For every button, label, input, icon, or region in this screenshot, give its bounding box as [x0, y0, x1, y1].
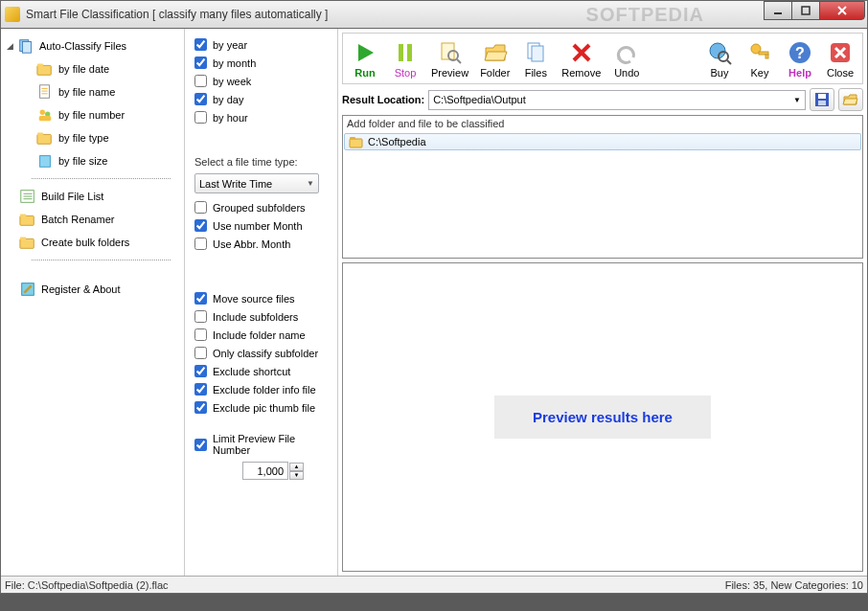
source-list: Add folder and file to be classified C:\… [342, 115, 863, 259]
status-right: Files: 35, New Categories: 10 [725, 579, 863, 591]
folder-icon [18, 211, 37, 228]
x-icon [569, 39, 594, 66]
checkbox-use-abbr-month[interactable]: Use Abbr. Month [194, 238, 330, 250]
tree-by-file-size[interactable]: by file size [34, 149, 180, 172]
chevron-down-icon: ▼ [307, 179, 314, 188]
preview-pane: Preview results here [342, 262, 863, 572]
status-left: File: C:\Softpedia\Softpedia (2).flac [5, 579, 169, 591]
globe-search-icon [707, 39, 732, 66]
limit-preview-input[interactable] [242, 462, 288, 480]
chevron-down-icon: ▼ [793, 96, 801, 104]
list-item[interactable]: C:\Softpedia [344, 133, 861, 150]
files-button[interactable]: Files [515, 35, 556, 81]
minimize-button[interactable] [764, 1, 792, 20]
tree-by-file-date[interactable]: by file date [34, 57, 180, 80]
result-location-label: Result Location: [342, 94, 424, 105]
checkbox-limit-preview[interactable]: Limit Preview File Number [194, 433, 330, 456]
register-icon [18, 281, 37, 298]
tree-batch-renamer[interactable]: Batch Renamer [5, 208, 180, 231]
tree-build-file-list[interactable]: Build File List [5, 185, 180, 208]
svg-rect-24 [20, 238, 34, 248]
close-app-button[interactable]: Close [820, 35, 860, 81]
svg-rect-51 [350, 137, 355, 140]
checkbox-only-classify-subfolder[interactable]: Only classify subfolder [194, 347, 330, 359]
preview-button[interactable]: Preview [425, 35, 474, 81]
tree-by-file-name[interactable]: by file name [34, 80, 180, 103]
undo-button[interactable]: Undo [606, 35, 647, 81]
checkbox-use-number-month[interactable]: Use number Month [194, 219, 330, 232]
filetime-value: Last Write Time [199, 178, 272, 190]
save-button[interactable] [810, 88, 834, 111]
browse-folder-button[interactable] [838, 88, 863, 111]
svg-rect-49 [818, 101, 826, 105]
folder-icon [18, 234, 37, 251]
separator [32, 260, 171, 260]
svg-point-12 [40, 110, 45, 115]
tree-by-file-number[interactable]: by file number [34, 103, 180, 126]
file-icon [35, 83, 55, 101]
folder-open-icon [483, 39, 508, 66]
tree-root-auto-classify[interactable]: ◢ Auto-Classify Files [5, 34, 180, 57]
checkbox-exclude-pic-thumb[interactable]: Exclude pic thumb file [194, 401, 330, 414]
filetime-combo[interactable]: Last Write Time ▼ [194, 173, 319, 193]
checkbox-by-hour[interactable]: by hour [194, 111, 330, 124]
checkbox-move-source[interactable]: Move source files [194, 292, 330, 305]
svg-rect-5 [22, 42, 31, 54]
checkbox-exclude-shortcut[interactable]: Exclude shortcut [194, 365, 330, 377]
checkbox-grouped-subfolders[interactable]: Grouped subfolders [194, 201, 330, 214]
checkbox-by-week[interactable]: by week [194, 75, 330, 87]
close-window-button[interactable] [819, 1, 865, 20]
svg-line-38 [727, 60, 731, 64]
folder-open-icon [842, 91, 859, 108]
tree-register-about[interactable]: Register & About [5, 278, 180, 301]
save-icon [813, 91, 831, 108]
remove-button[interactable]: Remove [556, 35, 606, 81]
play-icon [353, 39, 377, 66]
navigation-tree: ◢ Auto-Classify Files by file date by fi… [1, 29, 185, 576]
svg-rect-22 [20, 215, 34, 225]
preview-placeholder-text: Preview results here [533, 409, 673, 425]
help-button[interactable]: ? Help [780, 35, 820, 81]
checkbox-include-subfolders[interactable]: Include subfolders [194, 310, 330, 323]
close-icon [828, 39, 853, 66]
svg-rect-41 [765, 55, 768, 58]
checkbox-by-month[interactable]: by month [194, 57, 330, 69]
svg-rect-15 [37, 134, 51, 144]
svg-line-31 [457, 59, 461, 63]
folder-icon [35, 129, 55, 147]
checkbox-include-folder-name[interactable]: Include folder name [194, 328, 330, 341]
tree-create-bulk-folders[interactable]: Create bulk folders [5, 231, 180, 254]
files-icon [16, 37, 35, 55]
main-panel: Run Stop Preview Folder Files Remove Und… [338, 29, 867, 576]
spin-up-button[interactable]: ▲ [289, 463, 304, 471]
svg-point-36 [710, 43, 725, 58]
key-button[interactable]: Key [740, 35, 780, 81]
stop-button[interactable]: Stop [385, 35, 425, 81]
pause-icon [393, 39, 418, 66]
svg-rect-7 [37, 64, 43, 67]
folder-icon [35, 60, 55, 78]
svg-rect-1 [802, 7, 810, 14]
run-button[interactable]: Run [345, 35, 385, 81]
tree-by-file-type[interactable]: by file type [34, 126, 180, 149]
result-location-value: C:\Softpedia\Output [433, 94, 526, 105]
checkbox-exclude-folder-info[interactable]: Exclude folder info file [194, 383, 330, 396]
svg-rect-48 [818, 94, 826, 99]
search-file-icon [438, 39, 463, 66]
checkbox-by-day[interactable]: by day [194, 93, 330, 105]
svg-rect-23 [20, 215, 26, 217]
status-bar: File: C:\Softpedia\Softpedia (2).flac Fi… [1, 577, 867, 593]
checkbox-by-year[interactable]: by year [194, 38, 330, 51]
buy-button[interactable]: Buy [699, 35, 740, 81]
files-icon [523, 39, 548, 66]
result-location-combo[interactable]: C:\Softpedia\Output ▼ [428, 90, 806, 110]
folder-icon [349, 135, 364, 148]
folder-button[interactable]: Folder [474, 35, 515, 81]
svg-rect-17 [40, 156, 51, 168]
maximize-button[interactable] [791, 1, 820, 20]
svg-rect-50 [350, 139, 362, 147]
toolbar: Run Stop Preview Folder Files Remove Und… [342, 33, 863, 84]
window-title: Smart File Classification [ classify man… [26, 8, 328, 21]
svg-rect-6 [37, 65, 51, 75]
spin-down-button[interactable]: ▼ [289, 471, 304, 480]
